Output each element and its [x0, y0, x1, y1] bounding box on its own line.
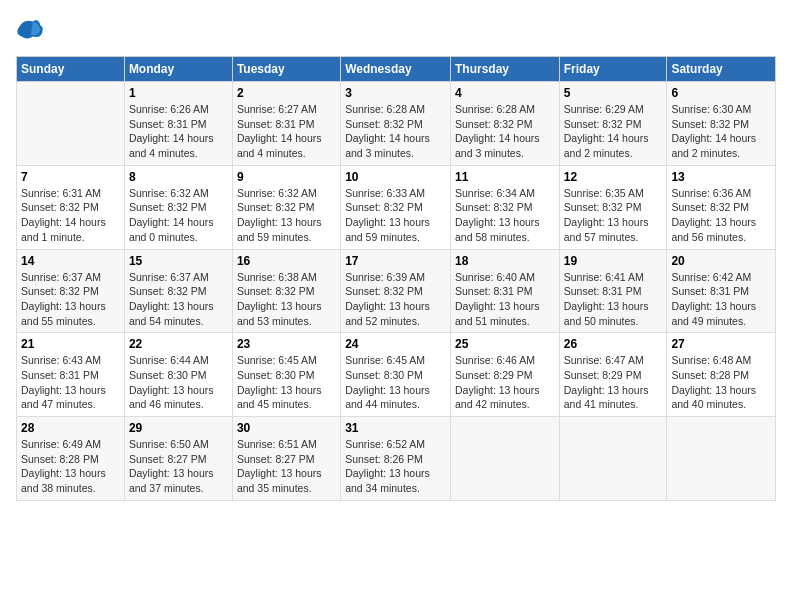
day-cell: 16Sunrise: 6:38 AM Sunset: 8:32 PM Dayli…	[232, 249, 340, 333]
day-number: 1	[129, 86, 228, 100]
day-cell: 12Sunrise: 6:35 AM Sunset: 8:32 PM Dayli…	[559, 165, 667, 249]
header-cell-saturday: Saturday	[667, 57, 776, 82]
day-number: 16	[237, 254, 336, 268]
day-number: 12	[564, 170, 663, 184]
day-info: Sunrise: 6:30 AM Sunset: 8:32 PM Dayligh…	[671, 102, 771, 161]
week-row-2: 7Sunrise: 6:31 AM Sunset: 8:32 PM Daylig…	[17, 165, 776, 249]
day-number: 19	[564, 254, 663, 268]
day-info: Sunrise: 6:37 AM Sunset: 8:32 PM Dayligh…	[21, 270, 120, 329]
day-number: 10	[345, 170, 446, 184]
day-info: Sunrise: 6:49 AM Sunset: 8:28 PM Dayligh…	[21, 437, 120, 496]
day-number: 15	[129, 254, 228, 268]
day-cell: 7Sunrise: 6:31 AM Sunset: 8:32 PM Daylig…	[17, 165, 125, 249]
day-cell: 4Sunrise: 6:28 AM Sunset: 8:32 PM Daylig…	[450, 82, 559, 166]
day-info: Sunrise: 6:51 AM Sunset: 8:27 PM Dayligh…	[237, 437, 336, 496]
day-cell: 29Sunrise: 6:50 AM Sunset: 8:27 PM Dayli…	[124, 417, 232, 501]
day-cell: 1Sunrise: 6:26 AM Sunset: 8:31 PM Daylig…	[124, 82, 232, 166]
day-number: 7	[21, 170, 120, 184]
header-cell-sunday: Sunday	[17, 57, 125, 82]
day-number: 28	[21, 421, 120, 435]
day-cell: 14Sunrise: 6:37 AM Sunset: 8:32 PM Dayli…	[17, 249, 125, 333]
day-cell: 27Sunrise: 6:48 AM Sunset: 8:28 PM Dayli…	[667, 333, 776, 417]
day-number: 21	[21, 337, 120, 351]
day-info: Sunrise: 6:32 AM Sunset: 8:32 PM Dayligh…	[237, 186, 336, 245]
day-info: Sunrise: 6:31 AM Sunset: 8:32 PM Dayligh…	[21, 186, 120, 245]
day-info: Sunrise: 6:28 AM Sunset: 8:32 PM Dayligh…	[345, 102, 446, 161]
week-row-3: 14Sunrise: 6:37 AM Sunset: 8:32 PM Dayli…	[17, 249, 776, 333]
day-cell: 25Sunrise: 6:46 AM Sunset: 8:29 PM Dayli…	[450, 333, 559, 417]
header-cell-monday: Monday	[124, 57, 232, 82]
day-info: Sunrise: 6:36 AM Sunset: 8:32 PM Dayligh…	[671, 186, 771, 245]
day-info: Sunrise: 6:45 AM Sunset: 8:30 PM Dayligh…	[237, 353, 336, 412]
day-info: Sunrise: 6:40 AM Sunset: 8:31 PM Dayligh…	[455, 270, 555, 329]
day-number: 3	[345, 86, 446, 100]
day-info: Sunrise: 6:42 AM Sunset: 8:31 PM Dayligh…	[671, 270, 771, 329]
week-row-4: 21Sunrise: 6:43 AM Sunset: 8:31 PM Dayli…	[17, 333, 776, 417]
day-info: Sunrise: 6:32 AM Sunset: 8:32 PM Dayligh…	[129, 186, 228, 245]
day-cell: 22Sunrise: 6:44 AM Sunset: 8:30 PM Dayli…	[124, 333, 232, 417]
day-cell: 8Sunrise: 6:32 AM Sunset: 8:32 PM Daylig…	[124, 165, 232, 249]
day-number: 5	[564, 86, 663, 100]
day-info: Sunrise: 6:27 AM Sunset: 8:31 PM Dayligh…	[237, 102, 336, 161]
day-number: 20	[671, 254, 771, 268]
day-number: 8	[129, 170, 228, 184]
day-cell: 18Sunrise: 6:40 AM Sunset: 8:31 PM Dayli…	[450, 249, 559, 333]
logo-icon	[16, 16, 44, 44]
day-number: 23	[237, 337, 336, 351]
day-info: Sunrise: 6:35 AM Sunset: 8:32 PM Dayligh…	[564, 186, 663, 245]
day-info: Sunrise: 6:26 AM Sunset: 8:31 PM Dayligh…	[129, 102, 228, 161]
day-cell: 24Sunrise: 6:45 AM Sunset: 8:30 PM Dayli…	[341, 333, 451, 417]
day-cell: 10Sunrise: 6:33 AM Sunset: 8:32 PM Dayli…	[341, 165, 451, 249]
day-number: 17	[345, 254, 446, 268]
day-cell	[17, 82, 125, 166]
day-number: 22	[129, 337, 228, 351]
day-number: 18	[455, 254, 555, 268]
header-cell-thursday: Thursday	[450, 57, 559, 82]
logo	[16, 16, 48, 44]
day-number: 24	[345, 337, 446, 351]
day-info: Sunrise: 6:45 AM Sunset: 8:30 PM Dayligh…	[345, 353, 446, 412]
calendar-header: SundayMondayTuesdayWednesdayThursdayFrid…	[17, 57, 776, 82]
day-cell	[450, 417, 559, 501]
day-number: 29	[129, 421, 228, 435]
day-number: 4	[455, 86, 555, 100]
header-cell-wednesday: Wednesday	[341, 57, 451, 82]
calendar-table: SundayMondayTuesdayWednesdayThursdayFrid…	[16, 56, 776, 501]
day-info: Sunrise: 6:52 AM Sunset: 8:26 PM Dayligh…	[345, 437, 446, 496]
header-cell-friday: Friday	[559, 57, 667, 82]
header-cell-tuesday: Tuesday	[232, 57, 340, 82]
day-cell: 26Sunrise: 6:47 AM Sunset: 8:29 PM Dayli…	[559, 333, 667, 417]
day-cell: 20Sunrise: 6:42 AM Sunset: 8:31 PM Dayli…	[667, 249, 776, 333]
day-cell: 6Sunrise: 6:30 AM Sunset: 8:32 PM Daylig…	[667, 82, 776, 166]
day-cell: 2Sunrise: 6:27 AM Sunset: 8:31 PM Daylig…	[232, 82, 340, 166]
day-cell: 11Sunrise: 6:34 AM Sunset: 8:32 PM Dayli…	[450, 165, 559, 249]
day-cell: 31Sunrise: 6:52 AM Sunset: 8:26 PM Dayli…	[341, 417, 451, 501]
day-number: 27	[671, 337, 771, 351]
day-info: Sunrise: 6:44 AM Sunset: 8:30 PM Dayligh…	[129, 353, 228, 412]
day-number: 26	[564, 337, 663, 351]
day-info: Sunrise: 6:29 AM Sunset: 8:32 PM Dayligh…	[564, 102, 663, 161]
day-number: 6	[671, 86, 771, 100]
day-cell: 23Sunrise: 6:45 AM Sunset: 8:30 PM Dayli…	[232, 333, 340, 417]
day-info: Sunrise: 6:47 AM Sunset: 8:29 PM Dayligh…	[564, 353, 663, 412]
day-cell: 28Sunrise: 6:49 AM Sunset: 8:28 PM Dayli…	[17, 417, 125, 501]
day-info: Sunrise: 6:38 AM Sunset: 8:32 PM Dayligh…	[237, 270, 336, 329]
day-cell: 17Sunrise: 6:39 AM Sunset: 8:32 PM Dayli…	[341, 249, 451, 333]
day-info: Sunrise: 6:33 AM Sunset: 8:32 PM Dayligh…	[345, 186, 446, 245]
day-number: 30	[237, 421, 336, 435]
day-cell: 13Sunrise: 6:36 AM Sunset: 8:32 PM Dayli…	[667, 165, 776, 249]
day-number: 2	[237, 86, 336, 100]
day-number: 25	[455, 337, 555, 351]
page-header	[16, 16, 776, 44]
day-cell: 15Sunrise: 6:37 AM Sunset: 8:32 PM Dayli…	[124, 249, 232, 333]
day-number: 14	[21, 254, 120, 268]
calendar-body: 1Sunrise: 6:26 AM Sunset: 8:31 PM Daylig…	[17, 82, 776, 501]
day-cell: 9Sunrise: 6:32 AM Sunset: 8:32 PM Daylig…	[232, 165, 340, 249]
day-number: 13	[671, 170, 771, 184]
day-number: 11	[455, 170, 555, 184]
day-info: Sunrise: 6:41 AM Sunset: 8:31 PM Dayligh…	[564, 270, 663, 329]
day-info: Sunrise: 6:28 AM Sunset: 8:32 PM Dayligh…	[455, 102, 555, 161]
day-info: Sunrise: 6:48 AM Sunset: 8:28 PM Dayligh…	[671, 353, 771, 412]
day-info: Sunrise: 6:34 AM Sunset: 8:32 PM Dayligh…	[455, 186, 555, 245]
day-cell: 3Sunrise: 6:28 AM Sunset: 8:32 PM Daylig…	[341, 82, 451, 166]
